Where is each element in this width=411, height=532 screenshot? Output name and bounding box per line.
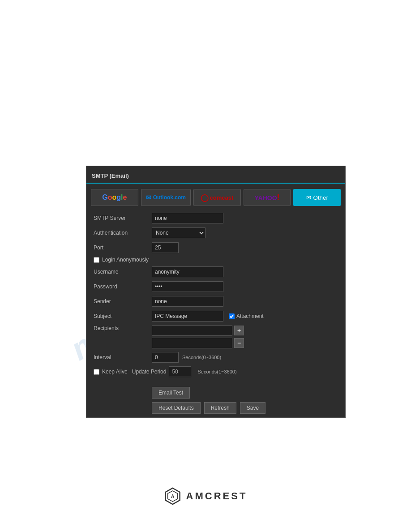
username-input[interactable]: [152, 266, 223, 277]
login-anonymous-label: Login Anonymously: [102, 257, 149, 263]
comcast-label: comcast: [210, 194, 233, 201]
keepalive-row: Keep Alive Update Period Seconds(1~3600): [94, 366, 338, 377]
password-label: Password: [94, 283, 152, 290]
username-label: Username: [94, 269, 152, 275]
port-row: Port: [94, 242, 338, 253]
yahoo-logo: YAHOO!: [254, 193, 279, 202]
login-anonymous-row: Login Anonymously: [94, 257, 338, 263]
provider-buttons: Google ✉ Outlook.com ◯ comcast YAHOO! ✉ …: [86, 184, 345, 210]
username-row: Username: [94, 266, 338, 278]
outlook-provider-button[interactable]: ✉ Outlook.com: [141, 189, 191, 206]
comcast-provider-button[interactable]: ◯ comcast: [193, 189, 241, 206]
port-label: Port: [94, 245, 152, 251]
comcast-circle-icon: ◯: [201, 193, 209, 202]
attachment-label: Attachment: [236, 313, 264, 319]
subject-label: Subject: [94, 313, 152, 319]
password-input[interactable]: [152, 281, 223, 292]
sender-input[interactable]: [152, 296, 223, 307]
remove-recipient-button[interactable]: −: [234, 338, 244, 348]
other-label: Other: [313, 194, 328, 201]
keepalive-checkbox[interactable]: [94, 369, 99, 375]
smtp-server-row: SMTP Server: [94, 212, 338, 224]
sender-row: Sender: [94, 296, 338, 307]
port-input[interactable]: [152, 242, 179, 253]
password-row: Password: [94, 281, 338, 292]
recipients-inputs: + −: [152, 325, 244, 348]
update-period-label: Update Period: [132, 369, 167, 375]
dialog-title-bar: SMTP (Email): [86, 166, 345, 184]
outlook-icon: ✉: [146, 194, 151, 201]
subject-input[interactable]: [152, 311, 223, 322]
subject-row: Subject Attachment: [94, 310, 338, 322]
action-buttons: Email Test Reset Defaults Refresh Save: [86, 385, 345, 417]
amcrest-logo: A AMCREST: [164, 487, 248, 505]
dialog-title: SMTP (Email): [86, 169, 134, 183]
login-anonymous-checkbox[interactable]: [94, 257, 99, 263]
reset-defaults-button[interactable]: Reset Defaults: [152, 402, 201, 414]
amcrest-logo-text: AMCREST: [186, 490, 248, 502]
recipients-label: Recipients: [94, 325, 152, 331]
interval-label: Interval: [94, 354, 152, 360]
update-period-section: Update Period Seconds(1~3600): [132, 366, 237, 377]
update-period-hint: Seconds(1~3600): [197, 369, 236, 374]
email-test-row: Email Test: [94, 387, 338, 399]
authentication-label: Authentication: [94, 230, 152, 236]
keepalive-label: Keep Alive: [102, 369, 128, 375]
yahoo-provider-button[interactable]: YAHOO!: [244, 189, 291, 206]
smtp-server-input[interactable]: [152, 213, 223, 223]
sender-label: Sender: [94, 298, 152, 305]
save-button[interactable]: Save: [240, 402, 265, 414]
authentication-select[interactable]: None SSL TLS: [152, 227, 206, 238]
attachment-checkbox[interactable]: [229, 313, 235, 319]
add-recipient-button[interactable]: +: [234, 326, 244, 335]
interval-hint: Seconds(0~3600): [182, 355, 221, 360]
recipient-input-1[interactable]: [152, 325, 232, 336]
outlook-label: Outlook.com: [153, 194, 186, 201]
email-test-button[interactable]: Email Test: [152, 387, 190, 399]
smtp-server-label: SMTP Server: [94, 215, 152, 221]
google-provider-button[interactable]: Google: [91, 189, 138, 206]
svg-text:A: A: [171, 494, 174, 499]
recipient-line-1: +: [152, 325, 244, 336]
smtp-dialog: SMTP (Email) Google ✉ Outlook.com ◯ comc…: [86, 166, 346, 418]
recipient-line-2: −: [152, 338, 244, 348]
update-period-input[interactable]: [169, 366, 191, 377]
refresh-button[interactable]: Refresh: [204, 402, 236, 414]
interval-input[interactable]: [152, 352, 179, 363]
interval-row: Interval Seconds(0~3600): [94, 352, 338, 363]
amcrest-logo-icon: A: [164, 487, 182, 505]
other-email-icon: ✉: [306, 194, 311, 201]
recipient-input-2[interactable]: [152, 338, 232, 348]
attachment-section: Attachment: [229, 313, 264, 319]
google-logo: Google: [102, 193, 127, 202]
form-section: SMTP Server Authentication None SSL TLS …: [86, 210, 345, 385]
other-provider-button[interactable]: ✉ Other: [293, 189, 341, 206]
recipients-row: Recipients + −: [94, 325, 338, 348]
bottom-buttons-row: Reset Defaults Refresh Save: [94, 402, 338, 414]
authentication-row: Authentication None SSL TLS: [94, 227, 338, 239]
